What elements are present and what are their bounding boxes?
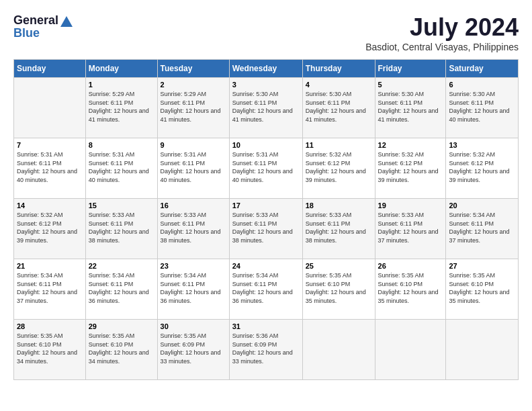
day-number: 3 [232, 81, 300, 89]
day-number: 26 [378, 262, 443, 270]
day-number: 25 [306, 262, 372, 270]
weekday-header-wednesday: Wednesday [229, 60, 302, 78]
calendar-cell: 11Sunrise: 5:32 AMSunset: 6:12 PMDayligh… [302, 138, 375, 199]
day-number: 30 [161, 322, 226, 330]
weekday-header-thursday: Thursday [302, 60, 375, 78]
weekday-header-tuesday: Tuesday [157, 60, 229, 78]
day-number: 1 [89, 81, 154, 89]
day-number: 4 [306, 81, 372, 89]
calendar-week-4: 21Sunrise: 5:34 AMSunset: 6:11 PMDayligh… [14, 259, 519, 320]
day-info: Sunrise: 5:30 AMSunset: 6:11 PMDaylight:… [306, 90, 372, 124]
day-number: 31 [232, 322, 300, 330]
calendar-cell: 18Sunrise: 5:33 AMSunset: 6:11 PMDayligh… [302, 199, 375, 259]
calendar-cell: 25Sunrise: 5:35 AMSunset: 6:10 PMDayligh… [302, 259, 375, 320]
calendar-cell: 4Sunrise: 5:30 AMSunset: 6:11 PMDaylight… [302, 78, 375, 138]
day-number: 7 [17, 141, 83, 149]
month-year: July 2024 [365, 13, 519, 42]
calendar-cell: 16Sunrise: 5:33 AMSunset: 6:11 PMDayligh… [157, 199, 229, 259]
day-info: Sunrise: 5:31 AMSunset: 6:11 PMDaylight:… [89, 150, 154, 184]
weekday-header-friday: Friday [375, 60, 446, 78]
day-number: 17 [232, 201, 300, 210]
day-number: 23 [161, 262, 226, 270]
day-number: 6 [449, 81, 515, 89]
calendar-cell: 1Sunrise: 5:29 AMSunset: 6:11 PMDaylight… [85, 78, 157, 138]
day-info: Sunrise: 5:32 AMSunset: 6:12 PMDaylight:… [17, 211, 83, 244]
day-info: Sunrise: 5:36 AMSunset: 6:09 PMDaylight:… [232, 332, 300, 365]
weekday-header-saturday: Saturday [446, 60, 519, 78]
day-number: 16 [161, 201, 226, 210]
calendar-cell: 26Sunrise: 5:35 AMSunset: 6:10 PMDayligh… [375, 259, 446, 320]
day-info: Sunrise: 5:33 AMSunset: 6:11 PMDaylight:… [232, 211, 300, 244]
calendar-cell [14, 78, 86, 138]
day-info: Sunrise: 5:29 AMSunset: 6:11 PMDaylight:… [161, 90, 226, 124]
day-info: Sunrise: 5:35 AMSunset: 6:10 PMDaylight:… [449, 271, 515, 305]
day-info: Sunrise: 5:32 AMSunset: 6:12 PMDaylight:… [449, 150, 515, 184]
day-number: 24 [232, 262, 300, 270]
day-number: 14 [17, 201, 83, 210]
day-info: Sunrise: 5:31 AMSunset: 6:11 PMDaylight:… [161, 150, 226, 184]
calendar-cell: 23Sunrise: 5:34 AMSunset: 6:11 PMDayligh… [157, 259, 229, 320]
day-info: Sunrise: 5:35 AMSunset: 6:09 PMDaylight:… [161, 332, 226, 365]
calendar-cell: 19Sunrise: 5:33 AMSunset: 6:11 PMDayligh… [375, 199, 446, 259]
day-info: Sunrise: 5:31 AMSunset: 6:11 PMDaylight:… [17, 150, 83, 184]
day-info: Sunrise: 5:33 AMSunset: 6:11 PMDaylight:… [378, 211, 443, 244]
calendar-cell: 8Sunrise: 5:31 AMSunset: 6:11 PMDaylight… [85, 138, 157, 199]
day-info: Sunrise: 5:31 AMSunset: 6:11 PMDaylight:… [232, 150, 300, 184]
calendar-cell: 2Sunrise: 5:29 AMSunset: 6:11 PMDaylight… [157, 78, 229, 138]
calendar-week-1: 1Sunrise: 5:29 AMSunset: 6:11 PMDaylight… [14, 78, 519, 138]
day-info: Sunrise: 5:33 AMSunset: 6:11 PMDaylight:… [89, 211, 154, 244]
day-number: 28 [17, 322, 83, 330]
calendar-week-2: 7Sunrise: 5:31 AMSunset: 6:11 PMDaylight… [14, 138, 519, 199]
day-info: Sunrise: 5:35 AMSunset: 6:10 PMDaylight:… [17, 332, 83, 365]
calendar-week-3: 14Sunrise: 5:32 AMSunset: 6:12 PMDayligh… [14, 199, 519, 259]
day-info: Sunrise: 5:34 AMSunset: 6:11 PMDaylight:… [449, 211, 515, 244]
day-info: Sunrise: 5:34 AMSunset: 6:11 PMDaylight:… [89, 271, 154, 305]
day-info: Sunrise: 5:34 AMSunset: 6:11 PMDaylight:… [161, 271, 226, 305]
calendar-table: SundayMondayTuesdayWednesdayThursdayFrid… [13, 59, 519, 380]
logo-blue-text: Blue [13, 26, 40, 40]
day-number: 27 [449, 262, 515, 270]
day-info: Sunrise: 5:30 AMSunset: 6:11 PMDaylight:… [232, 90, 300, 124]
logo: General Blue [13, 13, 73, 40]
day-info: Sunrise: 5:32 AMSunset: 6:12 PMDaylight:… [306, 150, 372, 184]
day-number: 18 [306, 201, 372, 210]
calendar-cell: 14Sunrise: 5:32 AMSunset: 6:12 PMDayligh… [14, 199, 86, 259]
calendar-cell: 30Sunrise: 5:35 AMSunset: 6:09 PMDayligh… [157, 320, 229, 380]
day-number: 19 [378, 201, 443, 210]
calendar-cell: 17Sunrise: 5:33 AMSunset: 6:11 PMDayligh… [229, 199, 302, 259]
calendar-cell: 15Sunrise: 5:33 AMSunset: 6:11 PMDayligh… [85, 199, 157, 259]
calendar-cell [375, 320, 446, 380]
calendar-cell: 24Sunrise: 5:34 AMSunset: 6:11 PMDayligh… [229, 259, 302, 320]
weekday-header-monday: Monday [85, 60, 157, 78]
calendar-cell: 13Sunrise: 5:32 AMSunset: 6:12 PMDayligh… [446, 138, 519, 199]
day-number: 9 [161, 141, 226, 149]
day-info: Sunrise: 5:34 AMSunset: 6:11 PMDaylight:… [232, 271, 300, 305]
day-info: Sunrise: 5:35 AMSunset: 6:10 PMDaylight:… [89, 332, 154, 365]
day-number: 29 [89, 322, 154, 330]
calendar-cell: 10Sunrise: 5:31 AMSunset: 6:11 PMDayligh… [229, 138, 302, 199]
day-number: 10 [232, 141, 300, 149]
day-info: Sunrise: 5:34 AMSunset: 6:11 PMDaylight:… [17, 271, 83, 305]
day-info: Sunrise: 5:35 AMSunset: 6:10 PMDaylight:… [378, 271, 443, 305]
calendar-cell: 27Sunrise: 5:35 AMSunset: 6:10 PMDayligh… [446, 259, 519, 320]
calendar-cell: 5Sunrise: 5:30 AMSunset: 6:11 PMDaylight… [375, 78, 446, 138]
calendar-cell: 3Sunrise: 5:30 AMSunset: 6:11 PMDaylight… [229, 78, 302, 138]
title-area: July 2024 Basdiot, Central Visayas, Phil… [365, 13, 519, 52]
calendar-cell: 12Sunrise: 5:32 AMSunset: 6:12 PMDayligh… [375, 138, 446, 199]
calendar-cell: 31Sunrise: 5:36 AMSunset: 6:09 PMDayligh… [229, 320, 302, 380]
calendar-cell: 9Sunrise: 5:31 AMSunset: 6:11 PMDaylight… [157, 138, 229, 199]
calendar-cell: 21Sunrise: 5:34 AMSunset: 6:11 PMDayligh… [14, 259, 86, 320]
day-number: 8 [89, 141, 154, 149]
logo-general-text: General [13, 13, 58, 28]
calendar-cell: 7Sunrise: 5:31 AMSunset: 6:11 PMDaylight… [14, 138, 86, 199]
day-number: 15 [89, 201, 154, 210]
calendar-cell: 6Sunrise: 5:30 AMSunset: 6:11 PMDaylight… [446, 78, 519, 138]
location: Basdiot, Central Visayas, Philippines [365, 42, 519, 52]
day-number: 11 [306, 141, 372, 149]
day-number: 12 [378, 141, 443, 149]
weekday-header-sunday: Sunday [14, 60, 86, 78]
calendar-cell [302, 320, 375, 380]
day-number: 21 [17, 262, 83, 270]
calendar-cell: 28Sunrise: 5:35 AMSunset: 6:10 PMDayligh… [14, 320, 86, 380]
day-number: 20 [449, 201, 515, 210]
